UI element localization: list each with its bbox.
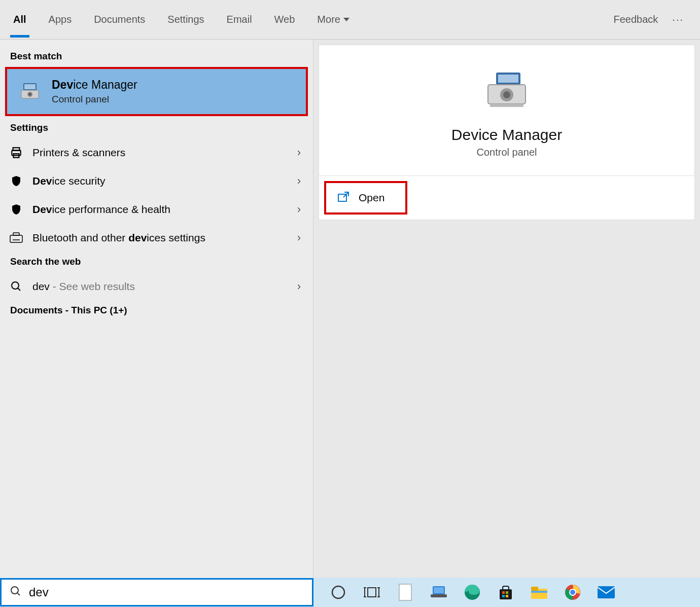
taskbar-app-chrome[interactable] bbox=[563, 583, 582, 602]
taskbar-app-mail[interactable] bbox=[597, 583, 616, 602]
best-match-title: Device Manager bbox=[52, 78, 137, 92]
device-manager-icon bbox=[18, 80, 42, 103]
svg-point-52 bbox=[570, 590, 575, 595]
svg-line-26 bbox=[17, 593, 20, 595]
chevron-right-icon: › bbox=[297, 203, 301, 216]
svg-rect-35 bbox=[399, 584, 411, 600]
taskbar-app-store[interactable] bbox=[496, 583, 515, 602]
search-web-header: Search the web bbox=[0, 252, 313, 272]
printer-icon bbox=[9, 146, 23, 160]
svg-point-15 bbox=[12, 282, 19, 289]
svg-point-4 bbox=[29, 93, 31, 95]
documents-header: Documents - This PC (1+) bbox=[0, 301, 313, 321]
search-icon bbox=[9, 279, 23, 294]
tab-documents[interactable]: Documents bbox=[91, 2, 148, 38]
keyboard-icon bbox=[9, 231, 23, 245]
search-icon bbox=[10, 585, 22, 599]
svg-rect-44 bbox=[506, 591, 508, 594]
chevron-right-icon: › bbox=[297, 280, 301, 293]
open-icon bbox=[337, 191, 349, 204]
svg-point-21 bbox=[503, 91, 510, 98]
svg-rect-49 bbox=[531, 591, 547, 593]
settings-item-bluetooth-devices[interactable]: Bluetooth and other devices settings › bbox=[0, 224, 313, 252]
tab-web[interactable]: Web bbox=[271, 2, 298, 38]
taskbar-search-box[interactable] bbox=[0, 578, 313, 606]
svg-rect-8 bbox=[10, 235, 22, 242]
svg-rect-28 bbox=[368, 588, 376, 597]
svg-rect-18 bbox=[498, 75, 518, 83]
svg-rect-46 bbox=[506, 595, 508, 597]
task-view-icon[interactable] bbox=[362, 583, 381, 602]
tab-settings[interactable]: Settings bbox=[164, 2, 207, 38]
more-options-button[interactable]: ··· bbox=[672, 14, 684, 25]
open-action[interactable]: Open bbox=[324, 181, 407, 215]
taskbar-app-explorer[interactable] bbox=[530, 583, 549, 602]
tab-apps[interactable]: Apps bbox=[46, 2, 75, 38]
svg-rect-43 bbox=[502, 591, 505, 594]
shield-icon bbox=[9, 202, 23, 217]
feedback-link[interactable]: Feedback bbox=[613, 14, 658, 25]
best-match-result[interactable]: Device Manager Control panel bbox=[5, 67, 308, 116]
svg-rect-22 bbox=[490, 104, 523, 107]
result-label: Device security bbox=[32, 175, 106, 187]
chevron-down-icon bbox=[343, 18, 349, 21]
svg-point-25 bbox=[11, 587, 18, 594]
preview-title: Device Manager bbox=[451, 126, 562, 144]
svg-rect-14 bbox=[13, 233, 19, 235]
device-manager-icon bbox=[479, 69, 535, 115]
best-match-subtitle: Control panel bbox=[52, 94, 137, 105]
chevron-right-icon: › bbox=[297, 231, 301, 244]
taskbar-app-edge[interactable] bbox=[463, 583, 482, 602]
cortana-icon[interactable] bbox=[329, 583, 348, 602]
results-pane: Best match Device Manager Control panel … bbox=[0, 40, 313, 578]
svg-rect-53 bbox=[598, 586, 615, 598]
svg-rect-48 bbox=[531, 587, 538, 591]
svg-line-16 bbox=[18, 288, 20, 291]
shield-icon bbox=[9, 174, 23, 188]
tab-more[interactable]: More bbox=[314, 2, 353, 38]
result-label: Device performance & health bbox=[32, 203, 170, 216]
svg-rect-45 bbox=[502, 595, 505, 597]
taskbar bbox=[0, 578, 700, 607]
result-label: Bluetooth and other devices settings bbox=[32, 232, 205, 244]
tab-all[interactable]: All bbox=[10, 2, 29, 38]
preview-pane: Device Manager Control panel Open bbox=[313, 40, 700, 578]
search-input[interactable] bbox=[29, 585, 304, 599]
taskbar-app-laptop[interactable] bbox=[429, 583, 448, 602]
open-label: Open bbox=[359, 192, 384, 204]
best-match-header: Best match bbox=[0, 47, 313, 67]
settings-header: Settings bbox=[0, 118, 313, 138]
taskbar-app-notepad[interactable] bbox=[396, 583, 415, 602]
svg-rect-39 bbox=[431, 594, 447, 597]
settings-item-device-performance[interactable]: Device performance & health › bbox=[0, 195, 313, 224]
svg-rect-38 bbox=[434, 587, 444, 593]
tab-email[interactable]: Email bbox=[224, 2, 255, 38]
search-filter-tabs: All Apps Documents Settings Email Web Mo… bbox=[0, 0, 700, 40]
svg-point-27 bbox=[332, 586, 344, 598]
result-label: dev - See web results bbox=[32, 280, 135, 293]
chevron-right-icon: › bbox=[297, 174, 301, 188]
chevron-right-icon: › bbox=[297, 146, 301, 159]
web-search-item[interactable]: dev - See web results › bbox=[0, 272, 313, 301]
settings-item-printers[interactable]: Printers & scanners › bbox=[0, 138, 313, 167]
result-label: Printers & scanners bbox=[32, 147, 125, 159]
settings-item-device-security[interactable]: Device security › bbox=[0, 167, 313, 195]
preview-subtitle: Control panel bbox=[477, 147, 537, 158]
svg-rect-1 bbox=[24, 84, 36, 89]
tab-more-label: More bbox=[317, 14, 340, 25]
